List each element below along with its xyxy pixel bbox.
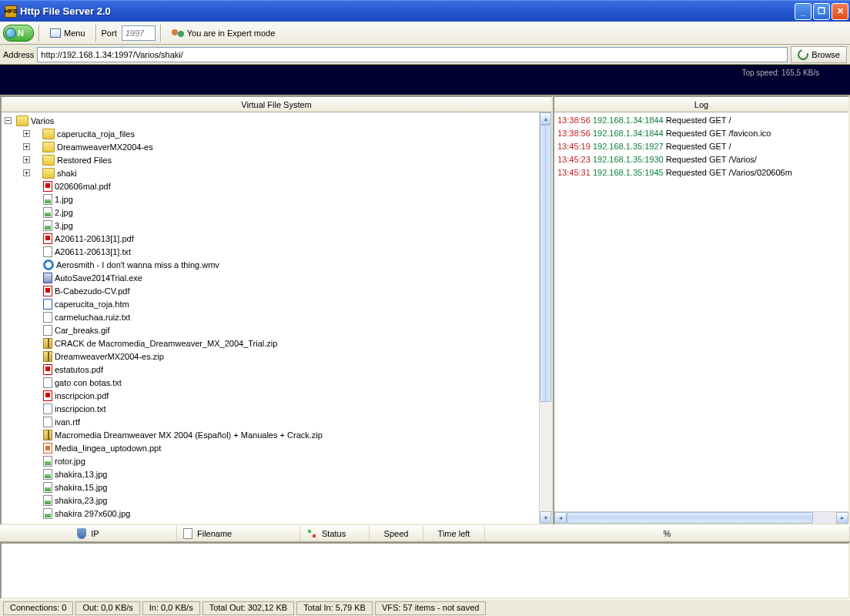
tree-row[interactable]: caperucita_roja.htm: [2, 297, 539, 310]
collapse-toggle[interactable]: −: [5, 117, 12, 124]
browse-button[interactable]: Browse: [791, 46, 847, 63]
pdf-icon: [43, 286, 52, 296]
tree-label: Car_breaks.gif: [55, 326, 110, 335]
close-button[interactable]: ✕: [832, 3, 848, 20]
tree-row[interactable]: A20611-20613[1].pdf: [2, 232, 539, 245]
tree-row[interactable]: 3.jpg: [2, 219, 539, 232]
folder-icon: [42, 168, 55, 179]
log-line: 13:45:31 192.168.1.35:1945 Requested GET…: [557, 166, 845, 179]
scroll-left-button[interactable]: ◂: [554, 512, 567, 524]
tree-row[interactable]: 1.jpg: [2, 192, 539, 206]
col-filename[interactable]: Filename: [177, 526, 300, 541]
tree-row[interactable]: Media_Iingea_uptodown.ppt: [2, 441, 539, 454]
log-line: 13:38:56 192.168.1.34:1844 Requested GET…: [557, 114, 845, 127]
tree-row[interactable]: AutoSave2014Trial.exe: [2, 271, 539, 284]
tree-label: Restored Files: [57, 156, 112, 165]
tree-label: inscripcion.txt: [55, 404, 106, 413]
tree-row[interactable]: +DreamweaverMX2004-es: [2, 140, 539, 153]
transfer-columns: IP Filename Status Speed Time left %: [0, 525, 850, 542]
vfs-tree[interactable]: −Varios+caperucita_roja_files+Dreamweave…: [2, 112, 539, 524]
address-input[interactable]: [37, 47, 788, 62]
browse-label: Browse: [812, 50, 840, 59]
tree-label: Media_Iingea_uptodown.ppt: [55, 444, 161, 453]
txt-icon: [43, 246, 52, 257]
tree-row[interactable]: shakira 297x600.jpg: [2, 507, 539, 520]
tree-row[interactable]: rotor.jpg: [2, 454, 539, 467]
tree-label: DreamweaverMX2004-es.zip: [55, 352, 164, 361]
top-speed-label: Top speed: 165,5 KB/s: [741, 69, 819, 77]
tree-row[interactable]: shakira,15.jpg: [2, 480, 539, 494]
pdf-icon: [43, 390, 52, 401]
zip-icon: [43, 338, 52, 349]
tree-row[interactable]: A20611-20613[1].txt: [2, 245, 539, 258]
tree-label: estatutos.pdf: [55, 365, 103, 374]
minimize-button[interactable]: _: [795, 3, 812, 20]
col-timeleft[interactable]: Time left: [423, 526, 485, 541]
tree-row[interactable]: gato con botas.txt: [2, 376, 539, 389]
tree-row[interactable]: ivan.rtf: [2, 415, 539, 428]
expand-toggle[interactable]: +: [23, 156, 30, 163]
speed-graph: Top speed: 165,5 KB/s: [0, 65, 850, 95]
tree-row[interactable]: −Varios: [2, 114, 539, 127]
tree-row[interactable]: 2.jpg: [2, 206, 539, 219]
col-speed[interactable]: Speed: [370, 526, 423, 541]
server-on-toggle[interactable]: N: [3, 25, 34, 42]
expand-toggle[interactable]: +: [23, 130, 30, 137]
tree-row[interactable]: estatutos.pdf: [2, 363, 539, 376]
tree-row[interactable]: Aerosmith - I don't wanna miss a thing.w…: [2, 258, 539, 271]
tree-label: 020606mal.pdf: [55, 182, 111, 191]
log-header: Log: [554, 97, 848, 112]
expert-mode-indicator[interactable]: You are in Expert mode: [166, 25, 281, 42]
gif-icon: [43, 325, 52, 336]
scroll-right-button[interactable]: ▸: [836, 512, 848, 524]
scroll-up-button[interactable]: ▴: [540, 112, 551, 125]
tree-label: 3.jpg: [55, 221, 73, 230]
txt-icon: [43, 417, 52, 427]
tree-row[interactable]: DreamweaverMX2004-es.zip: [2, 350, 539, 363]
htm-icon: [43, 299, 52, 310]
scroll-thumb[interactable]: [540, 125, 551, 402]
log-content[interactable]: 13:38:56 192.168.1.34:1844 Requested GET…: [554, 112, 848, 511]
col-status[interactable]: Status: [300, 526, 370, 541]
img-icon: [43, 207, 52, 218]
vfs-scrollbar[interactable]: ▴ ▾: [539, 112, 551, 524]
expand-toggle[interactable]: +: [23, 143, 30, 150]
col-percent[interactable]: %: [485, 526, 850, 541]
menu-button[interactable]: Menu: [45, 25, 91, 42]
tree-row[interactable]: carmeluchaa.ruiz.txt: [2, 310, 539, 323]
tree-row[interactable]: inscripcion.pdf: [2, 389, 539, 402]
tree-label: shakira 297x600.jpg: [55, 509, 130, 518]
log-message: Requested GET /favicon.ico: [666, 129, 771, 138]
maximize-button[interactable]: ❐: [813, 3, 830, 20]
tree-row[interactable]: +Restored Files: [2, 153, 539, 166]
tree-row[interactable]: CRACK de Macromedia_Dreamweaver_MX_2004_…: [2, 336, 539, 350]
vfs-header: Virtual File System: [2, 97, 551, 112]
col-ip[interactable]: IP: [0, 526, 177, 541]
tree-row[interactable]: inscripcion.txt: [2, 402, 539, 415]
tree-label: DreamweaverMX2004-es: [57, 142, 153, 152]
log-line: 13:45:19 192.168.1.35:1927 Requested GET…: [557, 140, 845, 153]
log-message: Requested GET /: [666, 142, 731, 151]
tree-row[interactable]: Macromedia Dreamweaver MX 2004 (Español)…: [2, 428, 539, 441]
tree-row[interactable]: shakira,23.jpg: [2, 494, 539, 507]
tree-row[interactable]: shakira,13.jpg: [2, 467, 539, 480]
tree-row[interactable]: Car_breaks.gif: [2, 323, 539, 336]
tree-row[interactable]: +caperucita_roja_files: [2, 127, 539, 140]
port-input[interactable]: [122, 25, 156, 41]
wmv-icon: [43, 259, 54, 270]
tree-row[interactable]: +shaki: [2, 166, 539, 179]
tree-row[interactable]: B-Cabezudo-CV.pdf: [2, 284, 539, 297]
menu-icon: [50, 28, 61, 38]
transfer-list[interactable]: [0, 542, 850, 599]
log-scrollbar[interactable]: ◂ ▸: [554, 511, 848, 524]
txt-icon: [43, 312, 52, 323]
img-icon: [43, 194, 52, 205]
txt-icon: [43, 377, 52, 388]
main-panels: Virtual File System −Varios+caperucita_r…: [0, 95, 850, 525]
scroll-thumb-h[interactable]: [567, 512, 813, 524]
scroll-down-button[interactable]: ▾: [540, 511, 551, 524]
tree-row[interactable]: 020606mal.pdf: [2, 179, 539, 192]
expand-toggle[interactable]: +: [23, 169, 30, 176]
tree-label: shaki: [57, 169, 77, 178]
browse-icon: [796, 47, 811, 62]
